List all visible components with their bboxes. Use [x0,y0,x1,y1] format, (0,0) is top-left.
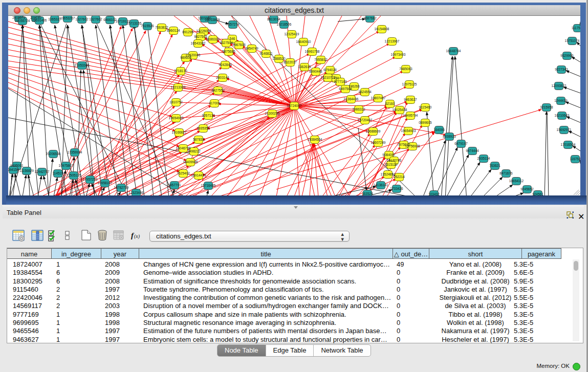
svg-text:6479197: 6479197 [454,142,468,145]
svg-text:587833: 587833 [193,138,204,141]
svg-text:5875685: 5875685 [222,50,235,53]
svg-text:18724007: 18724007 [287,104,302,107]
svg-text:116753: 116753 [570,157,580,161]
svg-text:21300295: 21300295 [265,112,280,115]
svg-text:7986322: 7986322 [352,107,365,111]
svg-text:16543382: 16543382 [191,41,206,45]
svg-text:8960124: 8960124 [167,29,180,32]
svg-text:7625402: 7625402 [177,171,190,175]
svg-text:10807487: 10807487 [371,96,386,100]
svg-text:13226058: 13226058 [197,29,211,33]
svg-text:16409948: 16409948 [183,160,198,164]
svg-text:12213309: 12213309 [171,85,186,89]
svg-text:16961758: 16961758 [305,50,320,53]
svg-text:2803144: 2803144 [216,76,229,79]
svg-text:989605: 989605 [180,56,191,59]
svg-text:1810752: 1810752 [169,100,183,104]
svg-text:9777169: 9777169 [334,80,347,83]
svg-text:16713155: 16713155 [127,21,142,25]
svg-text:8322037: 8322037 [284,60,297,64]
svg-text:10653267: 10653267 [60,16,75,20]
svg-text:1733426: 1733426 [390,187,403,190]
svg-text:17016504: 17016504 [561,143,576,146]
svg-text:8813014: 8813014 [267,17,280,21]
svg-text:19654923: 19654923 [401,129,416,133]
svg-text:10973493: 10973493 [391,53,406,56]
svg-text:10688609: 10688609 [366,129,381,133]
svg-text:10975867: 10975867 [59,164,74,167]
svg-text:3215958: 3215958 [540,105,553,109]
svg-text:8427552: 8427552 [211,89,225,92]
svg-text:7955812: 7955812 [314,58,328,61]
svg-text:12505135: 12505135 [67,173,81,177]
svg-text:15720407: 15720407 [358,118,373,122]
svg-text:763621: 763621 [489,164,500,167]
svg-text:8186323: 8186323 [206,37,220,41]
svg-text:9335061: 9335061 [10,164,24,167]
svg-text:62160: 62160 [385,102,395,105]
svg-text:114519: 114519 [52,171,63,175]
svg-text:9827503: 9827503 [194,35,207,38]
svg-text:1065327: 1065327 [48,17,61,21]
svg-text:891295: 891295 [182,30,193,34]
svg-text:15716485: 15716485 [201,184,216,187]
svg-text:1362615: 1362615 [298,65,311,69]
svg-text:9457791: 9457791 [168,183,181,187]
svg-text:16782759: 16782759 [114,186,129,189]
svg-text:1244419: 1244419 [554,99,568,102]
svg-text:8938923: 8938923 [443,135,456,138]
svg-text:103432: 103432 [428,192,440,195]
svg-text:1327602: 1327602 [75,17,89,21]
svg-text:21364436: 21364436 [344,97,359,101]
svg-text:2687682: 2687682 [363,16,377,20]
svg-text:3624554: 3624554 [358,90,372,94]
svg-text:6794028: 6794028 [323,68,337,72]
svg-text:1588520: 1588520 [272,57,286,60]
svg-text:2718170: 2718170 [174,69,187,73]
svg-text:9327504: 9327504 [220,41,233,45]
svg-text:9242848: 9242848 [219,63,232,67]
svg-text:11156829: 11156829 [19,169,34,172]
svg-text:16210643: 16210643 [555,114,570,117]
svg-text:9329966: 9329966 [560,54,574,57]
svg-text:19384554: 19384554 [308,138,322,141]
svg-text:3267130: 3267130 [202,114,215,117]
svg-text:8471676: 8471676 [499,171,513,175]
svg-text:1935359: 1935359 [197,126,210,130]
svg-text:164095: 164095 [433,128,445,132]
svg-text:21053346: 21053346 [75,63,90,67]
svg-text:15751074: 15751074 [565,39,580,42]
svg-text:18607249: 18607249 [371,141,386,144]
svg-text:20691406: 20691406 [32,18,47,22]
svg-text:746266: 746266 [349,84,360,88]
svg-text:12093822: 12093822 [552,84,567,87]
svg-text:9115460: 9115460 [419,105,432,109]
svg-text:16120746: 16120746 [387,159,402,162]
svg-text:17957253: 17957253 [83,178,98,181]
svg-text:111752: 111752 [579,23,580,26]
svg-text:394154: 394154 [8,168,19,171]
svg-text:7515526: 7515526 [141,24,154,28]
svg-text:0899605: 0899605 [419,121,432,124]
svg-text:9084067: 9084067 [382,153,396,157]
svg-text:3498222: 3498222 [187,149,201,153]
svg-text:2967608: 2967608 [232,43,246,47]
svg-text:12323446: 12323446 [129,191,144,194]
svg-text:12213967: 12213967 [385,39,400,43]
svg-text:9463627: 9463627 [404,98,417,101]
svg-text:19654933: 19654933 [169,116,184,120]
svg-text:19166827: 19166827 [172,130,187,134]
svg-text:7975692: 7975692 [397,143,410,146]
svg-text:7357274: 7357274 [226,23,239,26]
svg-text:2935114: 2935114 [477,157,490,160]
svg-text:19218506: 19218506 [277,23,292,26]
svg-text:12325419: 12325419 [285,32,299,36]
svg-text:16914479: 16914479 [191,173,206,177]
svg-text:9474444: 9474444 [466,149,479,152]
svg-text:8990448: 8990448 [309,70,322,73]
svg-text:9146821: 9146821 [259,52,273,55]
svg-text:12975125: 12975125 [402,82,417,86]
svg-text:1327602: 1327602 [89,17,102,21]
svg-text:12942757: 12942757 [35,170,50,173]
svg-text:13495794: 13495794 [403,114,418,117]
